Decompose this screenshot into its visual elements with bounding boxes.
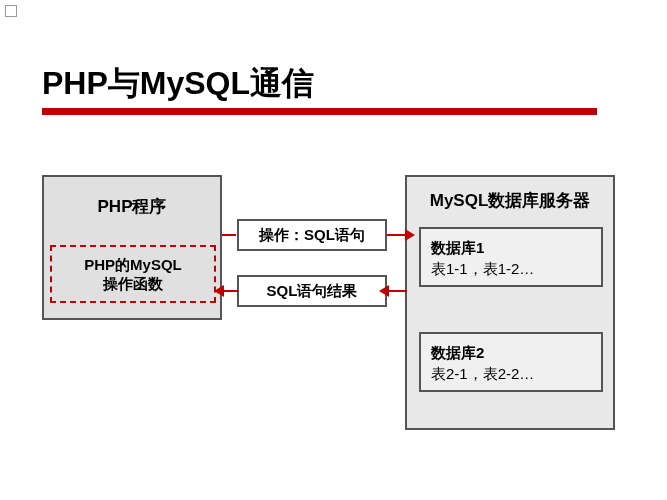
arrow-op1-to-mysql-head <box>405 229 415 241</box>
db1-tables: 表1-1，表1-2… <box>431 258 591 279</box>
database-2-box: 数据库2 表2-1，表2-2… <box>419 332 603 392</box>
arrow-php-to-op1 <box>222 234 236 236</box>
php-box-title: PHP程序 <box>44 177 220 218</box>
mysql-server-box: MySQL数据库服务器 数据库1 表1-1，表1-2… 数据库2 表2-1，表2… <box>405 175 615 430</box>
slide-title: PHP与MySQL通信 <box>42 62 314 106</box>
php-program-box: PHP程序 PHP的MySQL 操作函数 <box>42 175 222 320</box>
php-mysql-functions-box: PHP的MySQL 操作函数 <box>50 245 216 303</box>
db2-title: 数据库2 <box>431 342 591 363</box>
arrow-op2-to-php-line <box>222 290 238 292</box>
db2-tables: 表2-1，表2-2… <box>431 363 591 384</box>
arrow-op2-to-php-head <box>214 285 224 297</box>
sql-statement-box: 操作：SQL语句 <box>237 219 387 251</box>
php-inner-line2: 操作函数 <box>103 274 163 294</box>
slide-corner-mark <box>5 5 17 17</box>
title-underline <box>42 108 597 115</box>
arrow-mysql-to-op2-head <box>379 285 389 297</box>
db1-title: 数据库1 <box>431 237 591 258</box>
php-inner-line1: PHP的MySQL <box>84 255 182 275</box>
sql-result-box: SQL语句结果 <box>237 275 387 307</box>
database-1-box: 数据库1 表1-1，表1-2… <box>419 227 603 287</box>
mysql-box-title: MySQL数据库服务器 <box>407 177 613 212</box>
arrow-op1-to-mysql-line <box>387 234 407 236</box>
arrow-mysql-to-op2-line <box>387 290 407 292</box>
